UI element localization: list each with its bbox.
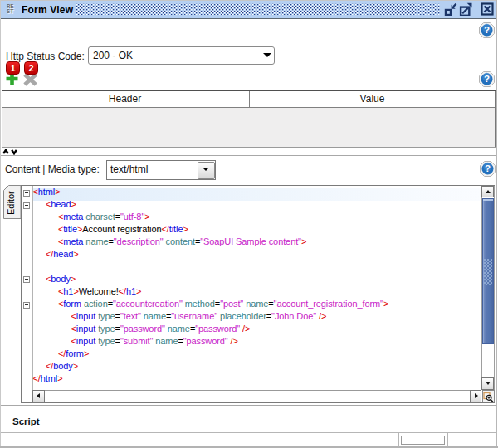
- svg-text:?: ?: [485, 163, 491, 173]
- svg-text:?: ?: [484, 74, 490, 84]
- svg-text:?: ?: [484, 25, 490, 35]
